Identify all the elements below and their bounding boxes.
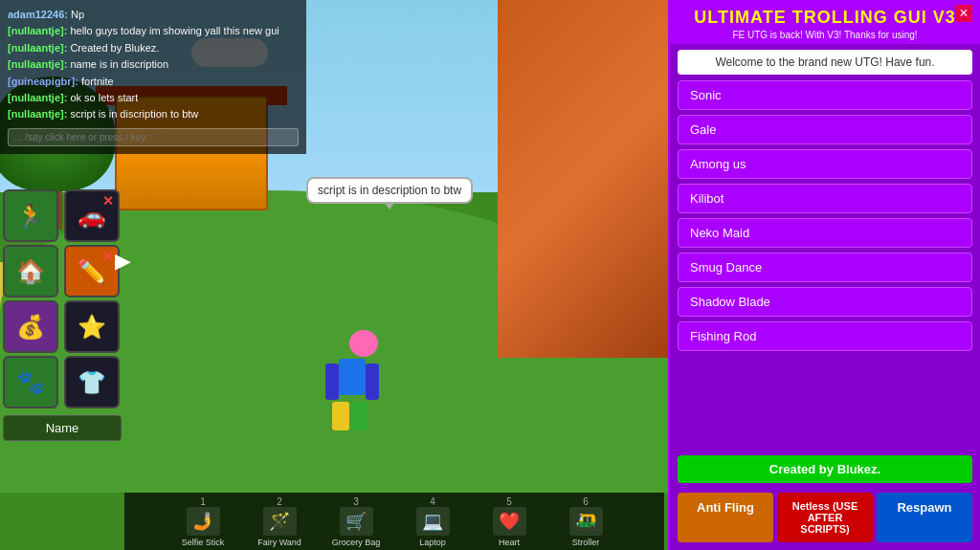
chat-line-3: [nullaantje]: Created by Blukez. bbox=[8, 41, 299, 55]
hotbar-slot-1: 1 🤳 Selfie Stick bbox=[169, 496, 236, 547]
hotbar-slot-4: 4 💻 Laptop bbox=[399, 496, 466, 547]
hotbar-slot-2: 2 🪄 Fairy Wand bbox=[246, 496, 313, 547]
utg-item-shadow-blade[interactable]: Shadow Blade bbox=[678, 287, 972, 317]
utg-item-smug-dance[interactable]: Smug Dance bbox=[678, 253, 972, 282]
toolbar-btn-star[interactable]: ⭐ bbox=[64, 300, 120, 353]
utg-footer: Created by Blukez. bbox=[670, 451, 980, 488]
bottom-hotbar: 1 🤳 Selfie Stick 2 🪄 Fairy Wand 3 🛒 Groc… bbox=[124, 493, 664, 550]
chat-input[interactable] bbox=[8, 128, 299, 146]
speech-bubble: script is in description to btw bbox=[306, 177, 473, 204]
utg-item-list: Sonic Gale Among us Kilibot Neko Maid Sm… bbox=[670, 80, 980, 451]
chat-line-1: adam12246: Np bbox=[8, 8, 299, 22]
utg-item-neko-maid[interactable]: Neko Maid bbox=[678, 218, 972, 248]
roblox-character bbox=[325, 330, 402, 435]
toolbar-btn-money[interactable]: 💰 bbox=[3, 300, 58, 353]
toolbar-arrow: ▶ bbox=[115, 249, 131, 274]
utg-close-button[interactable]: × bbox=[955, 5, 972, 22]
toolbar-btn-run[interactable]: 🏃 bbox=[3, 189, 58, 242]
utg-item-kilibot[interactable]: Kilibot bbox=[678, 184, 972, 213]
utg-item-sonic[interactable]: Sonic bbox=[678, 80, 972, 110]
utg-item-gale[interactable]: Gale bbox=[678, 115, 972, 144]
utg-title: ULTIMATE TROLLING GUI V3 bbox=[679, 8, 970, 28]
utg-item-fishing-rod[interactable]: Fishing Rod bbox=[678, 321, 972, 351]
anti-fling-button[interactable]: Anti Fling bbox=[678, 493, 773, 542]
chat-line-5: [guineapigbr]: fortnite bbox=[8, 75, 299, 89]
netless-button[interactable]: Netless (USE AFTER SCRIPTS) bbox=[777, 493, 873, 542]
chat-line-6: [nullaantje]: ok so lets start bbox=[8, 91, 299, 105]
utg-header: ULTIMATE TROLLING GUI V3 FE UTG is back!… bbox=[670, 0, 980, 44]
toolbar-btn-car[interactable]: 🚗 ✕ bbox=[64, 189, 120, 242]
wall-orange bbox=[498, 0, 670, 358]
name-label: Name bbox=[3, 415, 122, 441]
toolbar-btn-shirt[interactable]: 👕 bbox=[64, 356, 120, 408]
chat-line-7: [nullaantje]: script is in discription t… bbox=[8, 107, 299, 121]
utg-created-by: Created by Blukez. bbox=[678, 455, 972, 483]
toolbar-btn-paw[interactable]: 🐾 bbox=[3, 356, 58, 408]
utg-welcome: Welcome to the brand new UTG! Have fun. bbox=[678, 50, 972, 75]
hotbar-slot-6: 6 🛺 Stroller bbox=[552, 496, 619, 547]
toolbar-btn-edit[interactable]: ✏️ ✕ bbox=[64, 245, 120, 297]
chat-line-4: [nullaantje]: name is in discription bbox=[8, 57, 299, 72]
hotbar-slot-3: 3 🛒 Grocery Bag bbox=[323, 496, 390, 547]
hotbar-slot-5: 5 ❤️ Heart bbox=[476, 496, 543, 547]
utg-subtitle: FE UTG is back! With V3! Thanks for usin… bbox=[679, 30, 970, 40]
utg-bottom-buttons: Anti Fling Netless (USE AFTER SCRIPTS) R… bbox=[670, 488, 980, 550]
toolbar-btn-home[interactable]: 🏠 bbox=[3, 245, 58, 297]
utg-item-among-us[interactable]: Among us bbox=[678, 149, 972, 179]
respawn-button[interactable]: Respawn bbox=[877, 493, 972, 542]
chat-line-2: [nullaantje]: hello guys today im showin… bbox=[8, 24, 299, 38]
chat-panel: adam12246: Np [nullaantje]: hello guys t… bbox=[0, 0, 306, 154]
left-toolbar: 🏃 🚗 ✕ 🏠 ✏️ ✕ 💰 ⭐ 🐾 👕 Name bbox=[0, 187, 124, 441]
utg-panel: ULTIMATE TROLLING GUI V3 FE UTG is back!… bbox=[668, 0, 980, 550]
speech-bubble-text: script is in description to btw bbox=[318, 184, 461, 197]
